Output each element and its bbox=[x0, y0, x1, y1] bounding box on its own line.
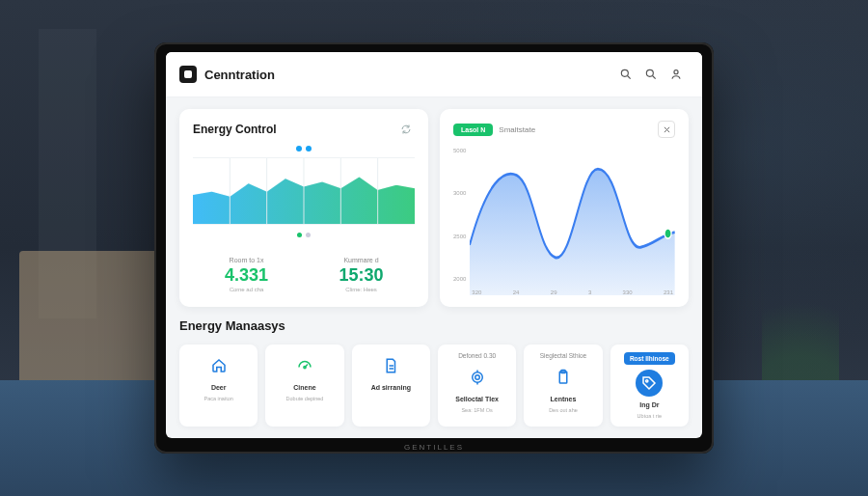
clipboard-icon bbox=[550, 364, 577, 391]
top-panels-row: Energy Control bbox=[179, 109, 689, 307]
usage-mode-label: Smaltstate bbox=[499, 125, 535, 134]
tile-3-sub: Sea: 1FM Os bbox=[461, 407, 492, 413]
tile-target[interactable]: Defoned 0.30 Selloctal Tlex Sea: 1FM Os bbox=[438, 344, 516, 427]
tile-tag[interactable]: Rost Ilhinose Ing Dr Ubtoa t rie bbox=[610, 344, 689, 427]
energy-panel-title: Energy Control bbox=[193, 123, 277, 136]
user-icon[interactable] bbox=[664, 62, 689, 87]
tile-2-label: Ad sirraning bbox=[371, 384, 411, 391]
y-axis-ticks: 5000 3000 2500 2000 bbox=[453, 144, 470, 295]
svg-point-14 bbox=[472, 372, 482, 383]
refresh-icon[interactable] bbox=[397, 121, 415, 138]
document-icon bbox=[377, 352, 404, 379]
target-icon bbox=[464, 364, 491, 391]
app-header: Cenntration bbox=[166, 52, 702, 97]
svg-line-3 bbox=[653, 76, 656, 79]
metric-a-sub: Come ad cha bbox=[197, 287, 296, 292]
metric-time: Kummare d 15:30 Clime: Hees bbox=[308, 251, 415, 298]
tile-1-sub: Dobute depined bbox=[286, 396, 324, 401]
app-title: Cenntration bbox=[204, 68, 275, 82]
metric-b-label: Kummare d bbox=[312, 257, 411, 263]
svg-point-20 bbox=[646, 380, 648, 382]
usage-filter-badge[interactable]: Lasol N bbox=[453, 124, 493, 136]
energy-control-panel: Energy Control bbox=[179, 109, 428, 307]
tile-report[interactable]: Ad sirraning bbox=[352, 344, 430, 427]
tile-5-badge: Rost Ilhinose bbox=[624, 352, 675, 365]
energy-section-title: Energy Manaasys bbox=[179, 318, 689, 333]
tile-4-sub: Des out ahe bbox=[549, 407, 578, 413]
svg-line-1 bbox=[628, 76, 631, 79]
svg-point-2 bbox=[646, 69, 653, 76]
tile-3-label: Selloctal Tlex bbox=[455, 396, 499, 402]
tile-home[interactable]: Deer Paca inaiton bbox=[179, 344, 258, 427]
metric-a-label: Room to 1x bbox=[197, 257, 296, 263]
metric-b-sub: Clime: Hees bbox=[312, 287, 411, 292]
energy-area-chart bbox=[193, 157, 415, 225]
tile-5-sub: Ubtoa t rie bbox=[637, 413, 662, 419]
app-screen: Cenntration Energy Control bbox=[166, 52, 702, 438]
energy-metrics: Room to 1x 4.331 Come ad cha Kummare d 1… bbox=[193, 251, 415, 298]
x-axis-ticks: 320 24 29 3 330 231 bbox=[470, 289, 675, 295]
carousel-dots[interactable] bbox=[193, 233, 415, 237]
feature-tiles-row: Deer Paca inaiton Cinene Dobute depined … bbox=[179, 344, 689, 427]
close-icon[interactable] bbox=[658, 121, 675, 138]
usage-chart-panel: Lasol N Smaltstate 5000 3000 2500 2000 bbox=[440, 109, 689, 307]
main-content: Energy Control bbox=[166, 97, 702, 438]
tile-5-label: Ing Dr bbox=[639, 401, 659, 408]
tile-gauge[interactable]: Cinene Dobute depined bbox=[265, 344, 343, 427]
metric-b-value: 15:30 bbox=[312, 265, 411, 286]
tile-0-label: Deer bbox=[211, 384, 227, 391]
zoom-icon[interactable] bbox=[638, 62, 664, 87]
svg-point-0 bbox=[621, 69, 628, 76]
gauge-icon bbox=[291, 352, 318, 379]
tile-clipboard[interactable]: Sieglectal Sthioe Lentnes Des out ahe bbox=[524, 344, 602, 427]
metric-a-value: 4.331 bbox=[197, 265, 296, 286]
usage-line-chart: 5000 3000 2500 2000 bbox=[453, 144, 675, 295]
tile-4-label: Lentnes bbox=[551, 396, 577, 402]
indicator-dots bbox=[193, 146, 415, 152]
monitor-frame: Cenntration Energy Control bbox=[154, 42, 714, 454]
tile-1-label: Cinene bbox=[293, 384, 315, 391]
search-icon[interactable] bbox=[613, 62, 638, 87]
metric-consumption: Room to 1x 4.331 Come ad cha bbox=[193, 251, 300, 298]
svg-point-12 bbox=[665, 229, 671, 238]
tag-icon bbox=[636, 370, 663, 397]
app-logo-icon bbox=[179, 66, 197, 83]
svg-point-15 bbox=[475, 375, 479, 380]
svg-point-4 bbox=[674, 70, 678, 74]
tile-3-head: Defoned 0.30 bbox=[458, 352, 496, 359]
tile-4-head: Sieglectal Sthioe bbox=[540, 352, 586, 359]
home-icon bbox=[205, 352, 232, 379]
tile-0-sub: Paca inaiton bbox=[204, 396, 233, 401]
